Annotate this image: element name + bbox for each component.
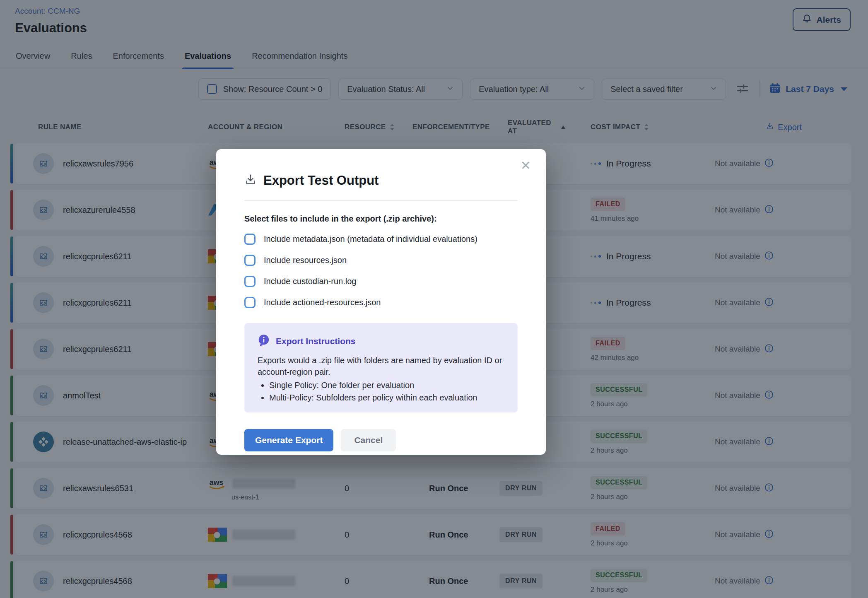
cancel-button[interactable]: Cancel: [341, 429, 396, 451]
instructions-body: Exports would a .zip file with folders a…: [258, 355, 504, 378]
divider: [244, 200, 518, 201]
bullet-multi-policy: Multi-Policy: Subfolders per policy with…: [269, 393, 504, 403]
modal-title: Export Test Output: [263, 173, 379, 188]
checkbox[interactable]: [244, 297, 256, 308]
instructions-title: Export Instructions: [276, 336, 356, 346]
checkbox-label: Include metadata.json (metadata of indiv…: [264, 234, 477, 244]
instructions-bullets: Single Policy: One folder per evaluation…: [258, 381, 504, 403]
export-instructions-box: Export Instructions Exports would a .zip…: [244, 323, 518, 412]
select-files-label: Select files to include in the export (.…: [244, 214, 518, 224]
generate-export-button[interactable]: Generate Export: [244, 429, 333, 451]
download-icon: [244, 174, 257, 188]
checkbox[interactable]: [244, 255, 256, 266]
checkbox-label: Include actioned-resources.json: [264, 298, 381, 307]
checkbox-include-actioned-resources[interactable]: Include actioned-resources.json: [244, 297, 518, 308]
export-test-output-modal: ✕ Export Test Output Select files to inc…: [216, 149, 546, 455]
close-icon[interactable]: ✕: [518, 159, 533, 172]
info-bubble-icon: [258, 334, 270, 349]
checkbox-include-metadata[interactable]: Include metadata.json (metadata of indiv…: [244, 234, 518, 245]
checkbox-label: Include custodian-run.log: [264, 277, 356, 286]
checkbox[interactable]: [244, 234, 256, 245]
checkbox-label: Include resources.json: [264, 256, 347, 265]
checkbox[interactable]: [244, 276, 256, 287]
checkbox-include-resources[interactable]: Include resources.json: [244, 255, 518, 266]
bullet-single-policy: Single Policy: One folder per evaluation: [269, 381, 504, 390]
checkbox-include-custodian-run-log[interactable]: Include custodian-run.log: [244, 276, 518, 287]
